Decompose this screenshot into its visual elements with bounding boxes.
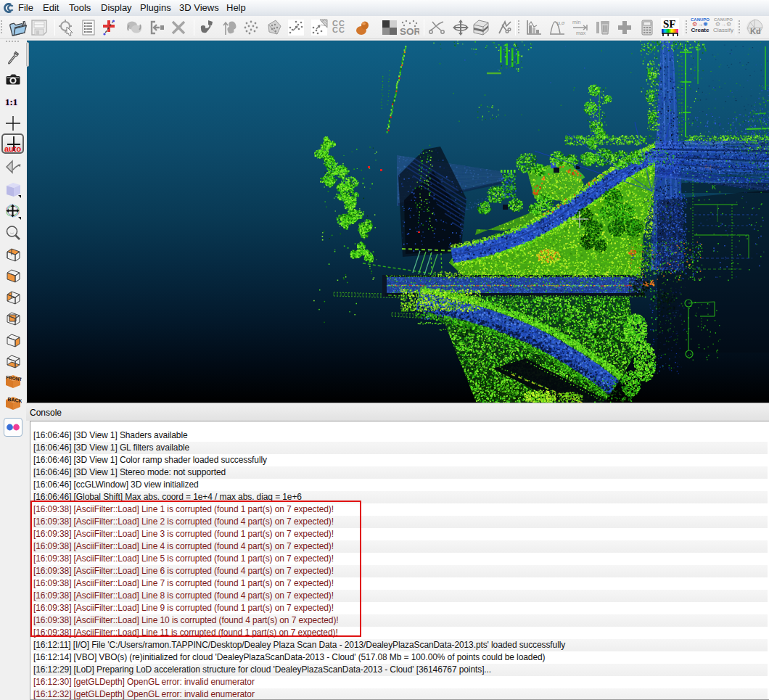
svg-text:SF: SF xyxy=(663,18,676,30)
svg-text:μ,σ: μ,σ xyxy=(557,20,565,26)
svg-text:max: max xyxy=(576,30,586,36)
svg-text:min: min xyxy=(572,20,580,25)
svg-text:Kd: Kd xyxy=(750,27,761,36)
svg-text:SOR: SOR xyxy=(400,26,419,36)
